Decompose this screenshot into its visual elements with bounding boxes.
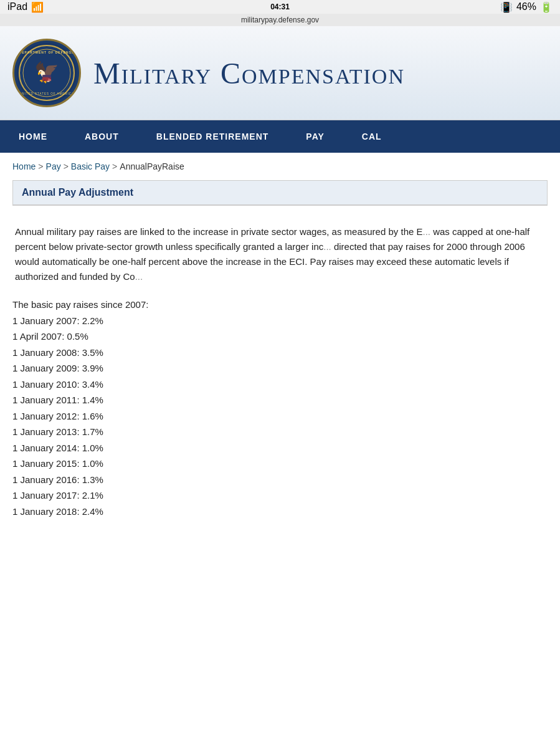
pay-item-8: 1 January 2014: 1.0%	[12, 440, 548, 456]
pay-item-9: 1 January 2015: 1.0%	[12, 456, 548, 472]
svg-text:UNITED STATES OF AMERICA: UNITED STATES OF AMERICA	[19, 92, 74, 95]
main-content: Home > Pay > Basic Pay > AnnualPayRaise …	[0, 153, 560, 528]
svg-rect-6	[42, 75, 51, 77]
breadcrumb-basic-pay[interactable]: Basic Pay	[71, 161, 110, 171]
nav-cal[interactable]: CAL	[343, 120, 401, 153]
pay-item-7: 1 January 2013: 1.7%	[12, 424, 548, 440]
nav-about[interactable]: ABOUT	[66, 120, 138, 153]
bluetooth-icon: 📳	[500, 1, 513, 13]
pay-item-6: 1 January 2012: 1.6%	[12, 408, 548, 424]
url-text: militarypay.defense.gov	[241, 16, 319, 24]
pay-raises-list: The basic pay raises since 2007: 1 Janua…	[12, 297, 548, 519]
nav-blended-retirement[interactable]: BLENDED RETIREMENT	[138, 120, 288, 153]
url-bar[interactable]: militarypay.defense.gov	[0, 14, 560, 26]
pay-item-10: 1 January 2016: 1.3%	[12, 472, 548, 488]
pay-item-12: 1 January 2018: 2.4%	[12, 504, 548, 520]
breadcrumb-sep-2: >	[64, 161, 69, 171]
pay-item-3: 1 January 2009: 3.9%	[12, 360, 548, 376]
pay-item-0: 1 January 2007: 2.2%	[12, 313, 548, 329]
status-bar: iPad 📶 04:31 📳 46% 🔋	[0, 0, 560, 14]
nav-pay[interactable]: PAY	[287, 120, 343, 153]
breadcrumb: Home > Pay > Basic Pay > AnnualPayRaise	[12, 161, 548, 171]
pay-item-4: 1 January 2010: 3.4%	[12, 376, 548, 393]
battery-label: 46%	[516, 1, 536, 12]
breadcrumb-sep-1: >	[38, 161, 43, 171]
pay-item-11: 1 January 2017: 2.1%	[12, 487, 548, 504]
device-label: iPad	[7, 1, 27, 12]
section-title: Annual Pay Adjustment	[13, 181, 547, 205]
pay-item-2: 1 January 2008: 3.5%	[12, 345, 548, 361]
dod-seal: DEPARTMENT OF DEFENSE 🦅 UNITED STATES OF…	[12, 39, 81, 107]
seal-svg: DEPARTMENT OF DEFENSE 🦅 UNITED STATES OF…	[19, 45, 75, 101]
nav-home[interactable]: HOME	[0, 120, 66, 153]
site-header: DEPARTMENT OF DEFENSE 🦅 UNITED STATES OF…	[0, 26, 560, 120]
battery-icon: 🔋	[540, 1, 553, 13]
breadcrumb-home[interactable]: Home	[12, 161, 36, 171]
wifi-icon: 📶	[31, 1, 44, 13]
breadcrumb-current: AnnualPayRaise	[120, 161, 184, 171]
pay-item-5: 1 January 2011: 1.4%	[12, 392, 548, 408]
annual-pay-section: Annual Pay Adjustment	[12, 180, 548, 206]
pay-list-intro: The basic pay raises since 2007:	[12, 297, 548, 313]
time-display: 04:31	[270, 2, 290, 11]
main-nav: HOME ABOUT BLENDED RETIREMENT PAY CAL	[0, 120, 560, 153]
breadcrumb-pay[interactable]: Pay	[46, 161, 61, 171]
pay-item-1: 1 April 2007: 0.5%	[12, 328, 548, 345]
breadcrumb-sep-3: >	[112, 161, 117, 171]
intro-paragraph: Annual military pay raises are linked to…	[12, 216, 548, 287]
svg-text:DEPARTMENT OF DEFENSE: DEPARTMENT OF DEFENSE	[19, 50, 75, 54]
site-title-text: Military Compensation	[93, 56, 405, 90]
